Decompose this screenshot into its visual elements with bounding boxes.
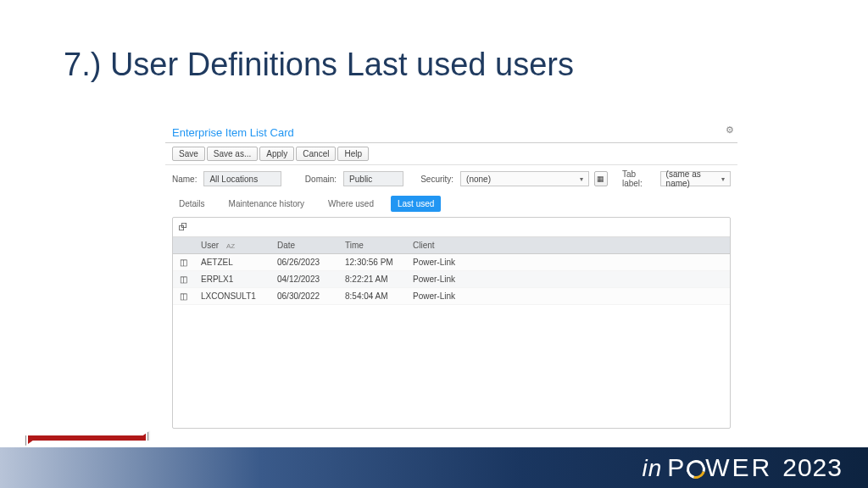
card-title: Enterprise Item List Card xyxy=(165,123,737,142)
cell-client: Power-Link xyxy=(406,288,730,305)
footer-bar: inPWER 2023 xyxy=(0,447,868,488)
cell-date: 04/12/2023 xyxy=(270,271,338,288)
tab-label-select[interactable]: (same as name) ▾ xyxy=(660,171,731,186)
cell-client: Power-Link xyxy=(406,271,730,288)
col-user-label: User xyxy=(201,241,219,250)
row-menu-icon[interactable]: ◫ xyxy=(173,288,194,305)
chevron-down-icon: ▾ xyxy=(580,175,583,183)
row-menu-icon[interactable]: ◫ xyxy=(173,254,194,271)
security-picker-button[interactable]: ▦ xyxy=(594,171,608,186)
cell-time: 8:54:04 AM xyxy=(338,288,406,305)
cell-time: 8:22:21 AM xyxy=(338,271,406,288)
app-window: Enterprise Item List Card Save Save as..… xyxy=(165,123,737,429)
cell-user: AETZEL xyxy=(194,254,270,271)
tablabel-label: Tab label: xyxy=(622,169,654,188)
cell-user: ERPLX1 xyxy=(194,271,270,288)
cell-date: 06/30/2022 xyxy=(270,288,338,305)
cell-date: 06/26/2023 xyxy=(270,254,338,271)
apply-button[interactable]: Apply xyxy=(259,147,294,161)
logo-p: P xyxy=(667,453,687,481)
col-user[interactable]: User AZ xyxy=(194,237,270,254)
table-row[interactable]: ◫ ERPLX1 04/12/2023 8:22:21 AM Power-Lin… xyxy=(173,271,730,288)
cell-time: 12:30:56 PM xyxy=(338,254,406,271)
row-menu-icon[interactable]: ◫ xyxy=(173,271,194,288)
inpower-logo: inPWER 2023 xyxy=(642,453,843,482)
tab-maintenance-history[interactable]: Maintenance history xyxy=(222,196,312,212)
chevron-down-icon: ▾ xyxy=(721,175,725,183)
form-row: Name: All Locations Domain: Public Secur… xyxy=(165,165,737,192)
tab-label-value: (same as name) xyxy=(666,169,721,188)
tab-where-used[interactable]: Where used xyxy=(321,196,381,212)
save-as-button[interactable]: Save as... xyxy=(207,147,258,161)
cell-client: Power-Link xyxy=(406,254,730,271)
slide-title: 7.) User Definitions Last used users xyxy=(64,47,574,83)
col-time[interactable]: Time xyxy=(338,237,406,254)
logo-year: 2023 xyxy=(782,453,843,482)
grid-toolbar: ⮺ xyxy=(173,218,730,237)
logo-in: in xyxy=(642,455,662,482)
col-client[interactable]: Client xyxy=(406,237,730,254)
table-row[interactable]: ◫ LXCONSULT1 06/30/2022 8:54:04 AM Power… xyxy=(173,288,730,305)
domain-field[interactable]: Public xyxy=(343,171,403,186)
help-button[interactable]: Help xyxy=(337,147,369,161)
name-label: Name: xyxy=(172,175,197,184)
toolbar: Save Save as... Apply Cancel Help xyxy=(165,142,737,165)
cell-user: LXCONSULT1 xyxy=(194,288,270,305)
col-handle xyxy=(173,237,194,254)
name-field[interactable]: All Locations xyxy=(203,171,281,186)
sort-indicator-icon: AZ xyxy=(226,242,235,250)
tab-details[interactable]: Details xyxy=(172,196,212,212)
security-select[interactable]: (none) ▾ xyxy=(460,171,589,186)
cancel-button[interactable]: Cancel xyxy=(296,147,336,161)
save-button[interactable]: Save xyxy=(172,147,205,161)
security-value: (none) xyxy=(466,175,491,184)
logo-power: PWER xyxy=(667,453,772,482)
security-label: Security: xyxy=(420,175,453,184)
tab-bar: Details Maintenance history Where used L… xyxy=(165,192,737,212)
grid-frame: ⮺ ⚙ User AZ Date Time Client ◫ xyxy=(172,217,731,429)
tab-last-used[interactable]: Last used xyxy=(391,196,441,212)
table-row[interactable]: ◫ AETZEL 06/26/2023 12:30:56 PM Power-Li… xyxy=(173,254,730,271)
logo-wer: WER xyxy=(705,453,772,481)
last-used-grid: User AZ Date Time Client ◫ AETZEL 06/26/… xyxy=(173,237,730,305)
copy-icon[interactable]: ⮺ xyxy=(178,221,188,233)
col-date[interactable]: Date xyxy=(270,237,338,254)
domain-label: Domain: xyxy=(305,175,337,184)
